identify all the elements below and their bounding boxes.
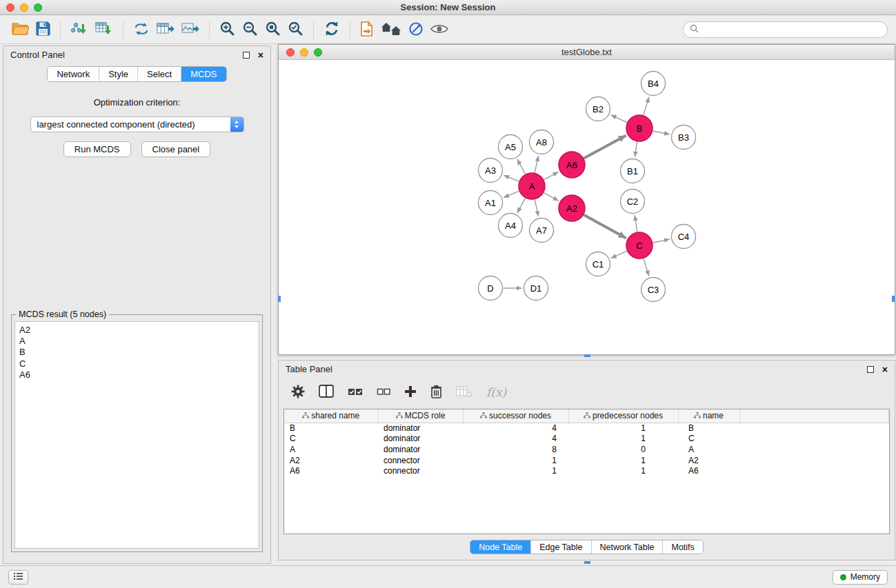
graph-edge-A-A5[interactable] bbox=[517, 159, 526, 174]
network-from-selection-button[interactable] bbox=[130, 20, 153, 40]
mcds-result-item[interactable]: C bbox=[19, 358, 255, 369]
table-cell[interactable]: dominator bbox=[378, 423, 463, 434]
panel-resize-handle[interactable] bbox=[892, 296, 895, 302]
graph-edge-B-B2[interactable] bbox=[611, 115, 627, 123]
zoom-in-button[interactable] bbox=[216, 19, 239, 40]
tab-node-table[interactable]: Node Table bbox=[470, 540, 530, 554]
table-cell[interactable]: A2 bbox=[284, 455, 378, 466]
tab-edge-table[interactable]: Edge Table bbox=[530, 540, 590, 554]
panel-resize-handle[interactable] bbox=[278, 296, 281, 302]
import-table-from-file-button[interactable] bbox=[92, 20, 117, 40]
table-cell[interactable]: 0 bbox=[568, 444, 678, 455]
delete-table-button[interactable] bbox=[456, 385, 472, 400]
table-cell[interactable]: 4 bbox=[463, 434, 568, 445]
minimize-window-button[interactable] bbox=[20, 3, 28, 12]
add-column-button[interactable] bbox=[404, 385, 417, 400]
select-all-button[interactable] bbox=[348, 386, 363, 399]
graph-edge-C-C2[interactable] bbox=[635, 215, 637, 232]
table-row[interactable]: Bdominator41B bbox=[284, 423, 889, 434]
tab-network[interactable]: Network bbox=[48, 67, 99, 81]
graph-edge-A-A4[interactable] bbox=[517, 199, 526, 213]
graph-edge-A2-C[interactable] bbox=[584, 215, 626, 239]
table-cell[interactable]: connector bbox=[378, 465, 463, 476]
table-cell[interactable]: A bbox=[678, 444, 739, 455]
table-cell[interactable]: 4 bbox=[463, 423, 568, 434]
table-row[interactable]: Cdominator41C bbox=[284, 434, 889, 445]
show-graphics-details-button[interactable] bbox=[427, 22, 452, 38]
table-cell[interactable]: A6 bbox=[284, 465, 378, 476]
mcds-result-item[interactable]: A bbox=[19, 336, 255, 347]
graph-edge-A-A1[interactable] bbox=[504, 191, 519, 197]
graph-edge-B-B4[interactable] bbox=[644, 97, 649, 115]
tab-network-table[interactable]: Network Table bbox=[591, 540, 663, 554]
table-cell[interactable]: dominator bbox=[378, 434, 463, 445]
table-cell[interactable]: C bbox=[284, 434, 378, 445]
zoom-network-button[interactable] bbox=[314, 48, 322, 57]
float-table-panel-icon[interactable] bbox=[867, 366, 874, 373]
graph-edge-A6-B[interactable] bbox=[584, 135, 626, 158]
table-cell[interactable]: 8 bbox=[463, 444, 568, 455]
table-cell[interactable]: 1 bbox=[463, 465, 568, 476]
import-network-from-file-button[interactable] bbox=[67, 20, 92, 40]
column-header-predecessor-nodes[interactable]: predecessor nodes bbox=[568, 409, 678, 423]
table-cell[interactable]: dominator bbox=[378, 444, 463, 455]
close-panel-button[interactable]: Close panel bbox=[141, 141, 211, 157]
zoom-selected-button[interactable] bbox=[284, 19, 307, 40]
close-network-button[interactable] bbox=[286, 48, 295, 57]
graph-edge-A-A7[interactable] bbox=[535, 200, 538, 216]
table-cell[interactable]: 1 bbox=[568, 455, 678, 466]
function-builder-button[interactable]: f(x) bbox=[486, 385, 506, 399]
column-header-mcds-role[interactable]: MCDS role bbox=[378, 409, 463, 423]
panel-resize-handle[interactable] bbox=[584, 354, 590, 357]
table-row[interactable]: A6connector11A6 bbox=[284, 465, 889, 476]
mcds-result-item[interactable]: A2 bbox=[19, 325, 255, 336]
open-column-browser-button[interactable] bbox=[319, 385, 334, 400]
column-settings-button[interactable] bbox=[291, 385, 305, 401]
mcds-result-item[interactable]: A6 bbox=[19, 369, 255, 381]
close-window-button[interactable] bbox=[6, 3, 14, 12]
graph-edge-A-A3[interactable] bbox=[504, 175, 519, 181]
float-panel-icon[interactable] bbox=[243, 52, 250, 59]
column-header-successor-nodes[interactable]: successor nodes bbox=[463, 409, 568, 423]
export-image-button[interactable] bbox=[178, 20, 203, 40]
table-row[interactable]: Adominator80A bbox=[284, 444, 889, 455]
table-cell[interactable]: A2 bbox=[678, 455, 739, 466]
run-mcds-button[interactable]: Run MCDS bbox=[63, 141, 131, 157]
optimization-criterion-dropdown[interactable]: largest connected component (directed) bbox=[30, 116, 244, 132]
export-table-button[interactable] bbox=[153, 20, 178, 40]
table-cell[interactable]: A bbox=[284, 444, 378, 455]
network-canvas[interactable]: B4B2BB3A5A8A6A3B1AA1C2A2A4A7CC4C1C3DD1 bbox=[279, 61, 895, 354]
table-cell[interactable]: 1 bbox=[568, 423, 678, 434]
tab-style[interactable]: Style bbox=[99, 67, 137, 81]
search-input[interactable] bbox=[702, 25, 881, 35]
zoom-window-button[interactable] bbox=[34, 3, 42, 12]
save-session-button[interactable] bbox=[32, 20, 54, 39]
graph-edge-C-C3[interactable] bbox=[644, 258, 649, 276]
refresh-view-button[interactable] bbox=[320, 19, 344, 40]
tab-mcds[interactable]: MCDS bbox=[181, 67, 226, 81]
task-history-button[interactable] bbox=[8, 570, 28, 585]
delete-columns-button[interactable] bbox=[430, 385, 442, 401]
close-panel-icon[interactable]: × bbox=[258, 51, 263, 59]
tab-motifs[interactable]: Motifs bbox=[662, 540, 702, 554]
table-row[interactable]: A2connector11A2 bbox=[284, 455, 889, 466]
table-cell[interactable]: 1 bbox=[463, 455, 568, 466]
table-cell[interactable]: B bbox=[678, 423, 739, 434]
graph-edge-A-A2[interactable] bbox=[544, 193, 559, 201]
memory-button[interactable]: Memory bbox=[833, 570, 888, 585]
column-header-shared-name[interactable]: shared name bbox=[284, 409, 378, 423]
graph-edge-C-C1[interactable] bbox=[611, 251, 627, 258]
zoom-out-button[interactable] bbox=[239, 19, 261, 40]
graph-edge-A-A8[interactable] bbox=[535, 156, 538, 172]
table-cell[interactable]: 1 bbox=[568, 465, 678, 476]
open-session-button[interactable] bbox=[8, 20, 32, 39]
tab-select[interactable]: Select bbox=[137, 67, 181, 81]
minimize-network-button[interactable] bbox=[300, 48, 308, 57]
table-cell[interactable]: connector bbox=[378, 455, 463, 466]
show-hide-panels-button[interactable] bbox=[377, 20, 405, 40]
graph-edge-A-A6[interactable] bbox=[544, 172, 559, 179]
table-cell[interactable]: A6 bbox=[678, 465, 739, 476]
graph-edge-B-B3[interactable] bbox=[653, 131, 670, 134]
deselect-all-button[interactable] bbox=[377, 386, 390, 399]
zoom-fit-button[interactable] bbox=[261, 19, 284, 40]
